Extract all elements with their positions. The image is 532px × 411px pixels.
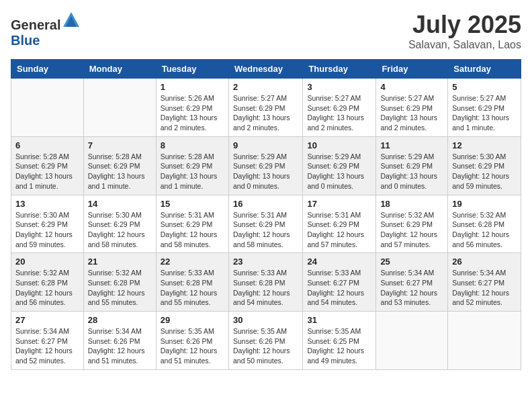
month-year-title: July 2025: [408, 11, 521, 39]
day-info: Sunrise: 5:26 AM Sunset: 6:29 PM Dayligh…: [161, 93, 224, 133]
calendar-table: SundayMondayTuesdayWednesdayThursdayFrid…: [11, 59, 521, 370]
calendar-cell: 28Sunrise: 5:34 AM Sunset: 6:26 PM Dayli…: [83, 312, 156, 370]
day-info: Sunrise: 5:27 AM Sunset: 6:29 PM Dayligh…: [233, 93, 298, 133]
calendar-cell: 12Sunrise: 5:30 AM Sunset: 6:29 PM Dayli…: [448, 136, 521, 195]
calendar-week-row-1: 1Sunrise: 5:26 AM Sunset: 6:29 PM Daylig…: [11, 79, 521, 137]
calendar-cell: 4Sunrise: 5:27 AM Sunset: 6:29 PM Daylig…: [376, 79, 448, 137]
weekday-header-sunday: Sunday: [11, 60, 84, 79]
day-number: 15: [161, 199, 224, 209]
calendar-cell: [83, 79, 156, 137]
calendar-cell: 5Sunrise: 5:27 AM Sunset: 6:29 PM Daylig…: [448, 79, 521, 137]
calendar-cell: 30Sunrise: 5:35 AM Sunset: 6:26 PM Dayli…: [228, 312, 302, 370]
day-info: Sunrise: 5:27 AM Sunset: 6:29 PM Dayligh…: [307, 93, 371, 133]
day-number: 23: [233, 257, 298, 267]
calendar-cell: 25Sunrise: 5:34 AM Sunset: 6:27 PM Dayli…: [376, 253, 448, 312]
day-number: 4: [380, 82, 443, 92]
day-info: Sunrise: 5:34 AM Sunset: 6:27 PM Dayligh…: [380, 268, 443, 308]
calendar-week-row-3: 13Sunrise: 5:30 AM Sunset: 6:29 PM Dayli…: [11, 195, 521, 253]
calendar-cell: 15Sunrise: 5:31 AM Sunset: 6:29 PM Dayli…: [156, 195, 228, 253]
day-info: Sunrise: 5:35 AM Sunset: 6:25 PM Dayligh…: [307, 326, 371, 366]
day-number: 18: [380, 199, 443, 209]
weekday-header-saturday: Saturday: [448, 60, 521, 79]
calendar-cell: 10Sunrise: 5:29 AM Sunset: 6:29 PM Dayli…: [303, 136, 376, 195]
calendar-cell: 19Sunrise: 5:32 AM Sunset: 6:28 PM Dayli…: [448, 195, 521, 253]
calendar-cell: 24Sunrise: 5:33 AM Sunset: 6:27 PM Dayli…: [303, 253, 376, 312]
calendar-cell: 3Sunrise: 5:27 AM Sunset: 6:29 PM Daylig…: [303, 79, 376, 137]
day-info: Sunrise: 5:28 AM Sunset: 6:29 PM Dayligh…: [161, 152, 224, 191]
calendar-cell: 23Sunrise: 5:33 AM Sunset: 6:28 PM Dayli…: [228, 253, 302, 312]
weekday-header-wednesday: Wednesday: [228, 60, 302, 79]
day-number: 17: [307, 199, 371, 209]
weekday-header-row: SundayMondayTuesdayWednesdayThursdayFrid…: [11, 60, 521, 79]
day-info: Sunrise: 5:31 AM Sunset: 6:29 PM Dayligh…: [161, 210, 224, 250]
day-number: 8: [161, 140, 224, 150]
calendar-cell: [11, 79, 84, 137]
day-number: 14: [88, 199, 152, 209]
day-number: 5: [452, 82, 517, 92]
calendar-week-row-2: 6Sunrise: 5:28 AM Sunset: 6:29 PM Daylig…: [11, 136, 521, 195]
day-number: 19: [452, 199, 517, 209]
day-info: Sunrise: 5:33 AM Sunset: 6:28 PM Dayligh…: [161, 268, 224, 308]
day-info: Sunrise: 5:34 AM Sunset: 6:27 PM Dayligh…: [452, 268, 517, 308]
day-number: 30: [233, 315, 298, 325]
calendar-cell: 22Sunrise: 5:33 AM Sunset: 6:28 PM Dayli…: [156, 253, 228, 312]
calendar-cell: 8Sunrise: 5:28 AM Sunset: 6:29 PM Daylig…: [156, 136, 228, 195]
day-number: 7: [88, 140, 152, 150]
logo-text: General Blue: [11, 11, 81, 48]
calendar-week-row-5: 27Sunrise: 5:34 AM Sunset: 6:27 PM Dayli…: [11, 312, 521, 370]
day-info: Sunrise: 5:30 AM Sunset: 6:29 PM Dayligh…: [15, 210, 79, 250]
day-info: Sunrise: 5:35 AM Sunset: 6:26 PM Dayligh…: [233, 326, 298, 366]
day-info: Sunrise: 5:29 AM Sunset: 6:29 PM Dayligh…: [233, 152, 298, 191]
calendar-cell: [448, 312, 521, 370]
page-header: General Blue July 2025 Salavan, Salavan,…: [11, 11, 521, 51]
calendar-cell: 16Sunrise: 5:31 AM Sunset: 6:29 PM Dayli…: [228, 195, 302, 253]
calendar-cell: 6Sunrise: 5:28 AM Sunset: 6:29 PM Daylig…: [11, 136, 84, 195]
calendar-cell: 29Sunrise: 5:35 AM Sunset: 6:26 PM Dayli…: [156, 312, 228, 370]
day-info: Sunrise: 5:32 AM Sunset: 6:28 PM Dayligh…: [15, 268, 79, 308]
day-number: 29: [161, 315, 224, 325]
day-info: Sunrise: 5:29 AM Sunset: 6:29 PM Dayligh…: [380, 152, 443, 191]
calendar-cell: 9Sunrise: 5:29 AM Sunset: 6:29 PM Daylig…: [228, 136, 302, 195]
day-info: Sunrise: 5:33 AM Sunset: 6:27 PM Dayligh…: [307, 268, 371, 308]
calendar-cell: 1Sunrise: 5:26 AM Sunset: 6:29 PM Daylig…: [156, 79, 228, 137]
day-number: 1: [161, 82, 224, 92]
day-number: 21: [88, 257, 152, 267]
day-info: Sunrise: 5:32 AM Sunset: 6:28 PM Dayligh…: [452, 210, 517, 250]
day-number: 9: [233, 140, 298, 150]
day-info: Sunrise: 5:28 AM Sunset: 6:29 PM Dayligh…: [88, 152, 152, 191]
logo-blue: Blue: [11, 33, 40, 48]
day-number: 16: [233, 199, 298, 209]
logo-icon: [62, 11, 81, 30]
day-info: Sunrise: 5:31 AM Sunset: 6:29 PM Dayligh…: [233, 210, 298, 250]
day-info: Sunrise: 5:34 AM Sunset: 6:27 PM Dayligh…: [15, 326, 79, 366]
day-info: Sunrise: 5:31 AM Sunset: 6:29 PM Dayligh…: [307, 210, 371, 250]
day-info: Sunrise: 5:30 AM Sunset: 6:29 PM Dayligh…: [88, 210, 152, 250]
day-number: 11: [380, 140, 443, 150]
logo-general: General: [11, 17, 60, 32]
day-info: Sunrise: 5:32 AM Sunset: 6:28 PM Dayligh…: [88, 268, 152, 308]
day-number: 3: [307, 82, 371, 92]
day-number: 26: [452, 257, 517, 267]
day-info: Sunrise: 5:27 AM Sunset: 6:29 PM Dayligh…: [452, 93, 517, 133]
calendar-cell: 27Sunrise: 5:34 AM Sunset: 6:27 PM Dayli…: [11, 312, 84, 370]
day-info: Sunrise: 5:32 AM Sunset: 6:29 PM Dayligh…: [380, 210, 443, 250]
day-number: 2: [233, 82, 298, 92]
day-info: Sunrise: 5:34 AM Sunset: 6:26 PM Dayligh…: [88, 326, 152, 366]
title-block: July 2025 Salavan, Salavan, Laos: [408, 11, 521, 51]
day-number: 28: [88, 315, 152, 325]
day-number: 25: [380, 257, 443, 267]
calendar-cell: [376, 312, 448, 370]
calendar-cell: 31Sunrise: 5:35 AM Sunset: 6:25 PM Dayli…: [303, 312, 376, 370]
day-info: Sunrise: 5:27 AM Sunset: 6:29 PM Dayligh…: [380, 93, 443, 133]
day-number: 6: [15, 140, 79, 150]
calendar-cell: 17Sunrise: 5:31 AM Sunset: 6:29 PM Dayli…: [303, 195, 376, 253]
weekday-header-thursday: Thursday: [303, 60, 376, 79]
day-number: 22: [161, 257, 224, 267]
day-number: 12: [452, 140, 517, 150]
day-number: 24: [307, 257, 371, 267]
calendar-cell: 13Sunrise: 5:30 AM Sunset: 6:29 PM Dayli…: [11, 195, 84, 253]
calendar-week-row-4: 20Sunrise: 5:32 AM Sunset: 6:28 PM Dayli…: [11, 253, 521, 312]
weekday-header-tuesday: Tuesday: [156, 60, 228, 79]
day-number: 27: [15, 315, 79, 325]
calendar-cell: 26Sunrise: 5:34 AM Sunset: 6:27 PM Dayli…: [448, 253, 521, 312]
